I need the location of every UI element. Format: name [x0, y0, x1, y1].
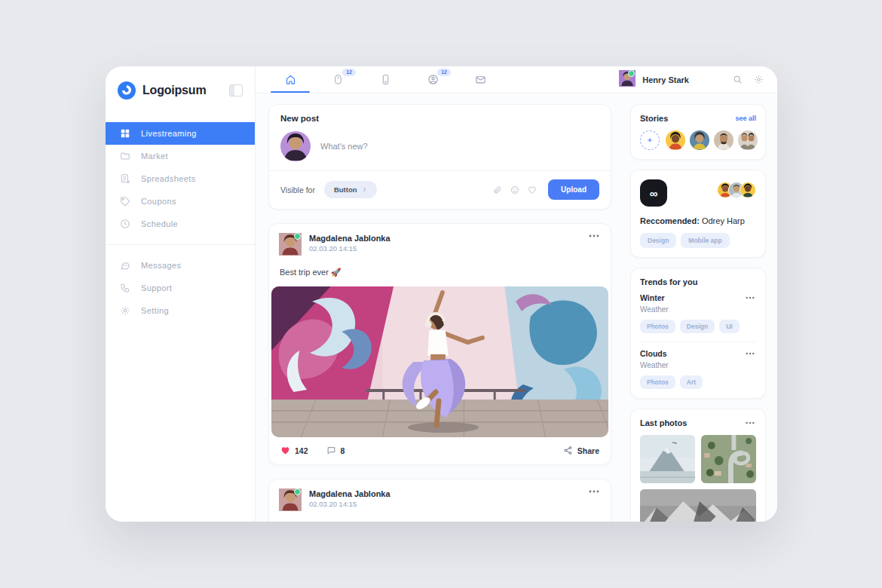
tag-photos[interactable]: Photos	[640, 375, 675, 389]
sidebar-item-label: Spreadsheets	[141, 174, 196, 183]
tag-art[interactable]: Art	[680, 375, 703, 389]
story-avatar[interactable]	[714, 130, 733, 150]
tab-activity[interactable]: 12	[318, 66, 357, 93]
post-text: Best trip ever 🚀	[280, 266, 600, 279]
trend-item-clouds[interactable]: Clouds Weather Photos Art	[640, 341, 756, 389]
attachment-icon[interactable]	[493, 185, 502, 194]
recommended-card: ∞ Reccomended: Odrey Harp Design Mobi	[630, 170, 766, 258]
recommended-avatars	[717, 179, 756, 198]
sidebar-item-coupons[interactable]: Coupons	[106, 190, 255, 213]
sidebar-item-setting[interactable]: Setting	[106, 299, 255, 322]
mail-icon	[475, 74, 486, 85]
infinity-glyph: ∞	[650, 187, 658, 200]
more-options-icon[interactable]	[744, 351, 756, 357]
post-author-avatar[interactable]	[279, 233, 302, 259]
tab-people[interactable]: 12	[413, 66, 452, 93]
emoji-icon[interactable]	[510, 185, 519, 194]
story-avatar[interactable]	[738, 130, 758, 150]
tag-mobile-app[interactable]: Mobile app	[681, 233, 729, 248]
chevron-right-icon	[362, 187, 367, 192]
story-avatar[interactable]	[666, 130, 685, 150]
sidebar: Logoipsum Livestreaming Market Spreadshe…	[106, 66, 256, 522]
stories-card: Stories see all	[630, 104, 766, 160]
heart-icon[interactable]	[528, 185, 537, 194]
online-status-dot	[294, 488, 301, 495]
tab-devices[interactable]	[366, 66, 405, 93]
home-icon	[285, 74, 296, 85]
stories-see-all-link[interactable]: see all	[735, 115, 756, 122]
app-window: Logoipsum Livestreaming Market Spreadshe…	[106, 66, 777, 522]
right-column: Stories see all	[630, 104, 766, 522]
top-bar-icons	[733, 75, 777, 84]
last-photos-card: Last photos	[630, 409, 766, 522]
sidebar-item-spreadsheets[interactable]: Spreadsheets	[106, 167, 255, 190]
recommended-app-icon[interactable]: ∞	[640, 179, 667, 207]
recommended-name: Odrey Harp	[702, 216, 745, 225]
trends-card: Trends for you Winter Weather Photos Des…	[630, 268, 766, 399]
sidebar-divider	[106, 244, 255, 245]
post-author-name[interactable]: Magdalena Jablonka	[309, 234, 390, 243]
post-input[interactable]: What's new?	[320, 142, 368, 151]
user-name: Henry Stark	[642, 75, 689, 84]
user-menu[interactable]: Henry Stark	[619, 70, 689, 90]
recommended-text: Reccomended: Odrey Harp	[640, 216, 756, 225]
avatar	[740, 182, 756, 198]
add-story-button[interactable]	[640, 130, 660, 150]
tag-icon	[120, 196, 130, 207]
comment-count: 8	[341, 446, 345, 455]
sidebar-item-label: Support	[141, 283, 172, 292]
more-options-icon[interactable]	[587, 488, 601, 495]
user-icon	[427, 74, 439, 85]
tag-design[interactable]: Design	[680, 320, 715, 333]
tab-home[interactable]	[271, 66, 310, 93]
online-status-dot	[628, 70, 635, 77]
search-icon[interactable]	[733, 75, 743, 84]
plus-icon	[647, 137, 653, 143]
story-avatar[interactable]	[690, 130, 709, 150]
tag-design[interactable]: Design	[640, 233, 676, 248]
comment-button[interactable]: 8	[326, 446, 345, 455]
post-author-name[interactable]: Magdalena Jablonka	[309, 489, 390, 498]
last-photos-title: Last photos	[640, 418, 687, 427]
sidebar-collapse-toggle[interactable]	[229, 84, 243, 96]
logo-icon	[118, 81, 136, 100]
more-options-icon[interactable]	[744, 295, 756, 301]
tag-ui[interactable]: UI	[719, 320, 740, 333]
clock-icon	[120, 219, 130, 229]
post-photo-dancer[interactable]	[271, 286, 608, 437]
like-count: 142	[295, 446, 308, 455]
trend-item-winter[interactable]: Winter Weather Photos Design UI	[640, 286, 756, 333]
logo: Logoipsum	[106, 66, 255, 113]
stories-title: Stories	[640, 114, 668, 123]
sidebar-item-schedule[interactable]: Schedule	[106, 213, 255, 235]
more-options-icon[interactable]	[744, 420, 756, 426]
photo-mountain[interactable]	[640, 435, 695, 483]
tab-messages[interactable]	[461, 66, 500, 93]
photo-aerial-road[interactable]	[701, 435, 756, 483]
trend-name: Winter	[640, 293, 665, 302]
tag-photos[interactable]: Photos	[640, 320, 675, 333]
sidebar-item-support[interactable]: Support	[106, 277, 255, 299]
user-avatar	[619, 70, 635, 90]
upload-button[interactable]: Upload	[548, 179, 599, 200]
post-timestamp: 02.03.20 14:15	[309, 244, 390, 253]
folder-icon	[120, 151, 130, 161]
share-button[interactable]: Share	[563, 446, 599, 455]
more-options-icon[interactable]	[587, 233, 601, 239]
post-author-avatar[interactable]	[279, 488, 302, 514]
settings-icon[interactable]	[754, 75, 764, 84]
like-button[interactable]: 142	[280, 446, 308, 455]
composer-avatar	[280, 131, 311, 161]
chat-icon	[120, 260, 130, 271]
visible-for-label: Visible for	[280, 185, 315, 194]
logo-text: Logoipsum	[142, 84, 229, 97]
photo-bw-mountains[interactable]	[640, 489, 756, 522]
visibility-dropdown[interactable]: Button	[324, 181, 377, 198]
sidebar-item-livestreaming[interactable]: Livestreaming	[106, 122, 255, 145]
sidebar-item-messages[interactable]: Messages	[106, 254, 255, 277]
sidebar-item-market[interactable]: Market	[106, 145, 255, 167]
sidebar-item-label: Market	[141, 152, 168, 161]
sidebar-item-label: Messages	[141, 261, 181, 270]
gear-icon	[120, 305, 130, 316]
sidebar-item-label: Schedule	[141, 219, 178, 228]
